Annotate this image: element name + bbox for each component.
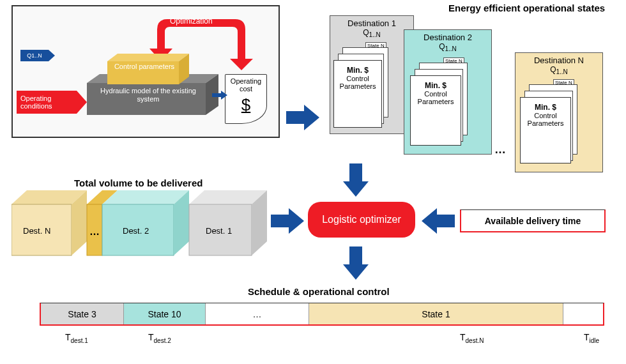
logistic-optimizer: Logistic optimizer — [308, 202, 415, 238]
to-cost-arrow-icon — [212, 91, 227, 100]
destN-title: Destination N — [515, 56, 602, 65]
schedule-seg-2: State 10 — [124, 303, 206, 324]
dest2-sub: Q1..N — [404, 42, 491, 52]
dest1-card-l1: Min. $ — [347, 66, 369, 75]
hydraulic-model-label: Hydraulic model of the existing system — [95, 87, 202, 103]
vol-dest1-label: Dest. 1 — [206, 226, 232, 236]
svg-marker-19 — [343, 163, 369, 197]
t-idle: Tidle — [584, 332, 599, 344]
schedule-bar: State 3 State 10 … State 1 — [40, 303, 604, 326]
destN-sub: Q1..N — [515, 65, 602, 75]
dest2-card-l2: Control — [424, 90, 447, 98]
optimization-label: Optimization — [170, 17, 213, 26]
dest2-card-l1: Min. $ — [425, 81, 447, 90]
cost-symbol: $ — [228, 95, 264, 115]
vol-dest2-label: Dest. 2 — [123, 226, 149, 236]
schedule-seg-1: State 3 — [41, 303, 124, 324]
efficient-states-title: Energy efficient operational states — [448, 3, 605, 13]
destinations-ellipsis: … — [494, 143, 506, 156]
dest2-card-l3: Parameters — [418, 98, 454, 105]
control-params-label: Control parameters — [114, 63, 175, 70]
dest1-card-l3: Parameters — [340, 82, 376, 90]
vol-destN-label: Dest. N — [23, 226, 50, 236]
bottom-out-optimizer-arrow-icon — [343, 246, 369, 280]
available-delivery-time: Available delivery time — [460, 209, 606, 232]
dest1-card-l2: Control — [346, 75, 369, 82]
dest2-card: Min. $ Control Parameters — [410, 75, 461, 146]
destN-card-l2: Control — [534, 112, 556, 119]
svg-marker-3 — [107, 54, 189, 61]
left-into-optimizer-arrow-icon — [271, 208, 304, 234]
cost-label: Operating cost — [228, 77, 264, 93]
operating-conditions-label: Operating conditions — [20, 95, 77, 110]
dest1-sub: Q1..N — [330, 28, 413, 38]
dest1-card: Min. $ Control Parameters — [333, 60, 382, 128]
volumes-title: Total volume to be delivered — [74, 178, 202, 188]
right-into-optimizer-arrow-icon — [422, 208, 455, 234]
system-model-panel: Q1..N Operating conditions Optimization … — [11, 5, 280, 138]
schedule-seg-idle — [563, 303, 603, 324]
svg-marker-7 — [286, 105, 319, 130]
cost-sheet: Operating cost $ — [225, 74, 267, 124]
dest1-title: Destination 1 — [330, 19, 413, 28]
t-dest1: Tdest.1 — [65, 332, 88, 344]
t-dest2: Tdest.2 — [148, 332, 171, 344]
operating-conditions-arrow: Operating conditions — [17, 91, 77, 114]
svg-marker-21 — [422, 208, 455, 234]
destN-card-l1: Min. $ — [535, 103, 556, 112]
top-into-optimizer-arrow-icon — [343, 163, 369, 197]
destN-card-l3: Parameters — [528, 119, 564, 127]
svg-marker-6 — [212, 91, 227, 100]
schedule-title: Schedule & operational control — [248, 286, 390, 297]
schedule-seg-3: State 1 — [309, 303, 563, 324]
t-destN: Tdest.N — [460, 332, 484, 344]
control-params-box — [107, 54, 189, 87]
schedule-seg-mid: … — [206, 303, 309, 324]
svg-marker-22 — [343, 246, 369, 280]
volumes-3d — [11, 190, 267, 259]
svg-marker-20 — [271, 208, 304, 234]
to-destinations-arrow-icon — [286, 105, 319, 130]
q-input-arrow: Q1..N — [20, 50, 49, 61]
q-input-label: Q1..N — [27, 52, 42, 59]
vol-ellipsis: … — [89, 226, 100, 238]
destN-card: Min. $ Control Parameters — [520, 97, 571, 163]
dest2-title: Destination 2 — [404, 33, 491, 42]
